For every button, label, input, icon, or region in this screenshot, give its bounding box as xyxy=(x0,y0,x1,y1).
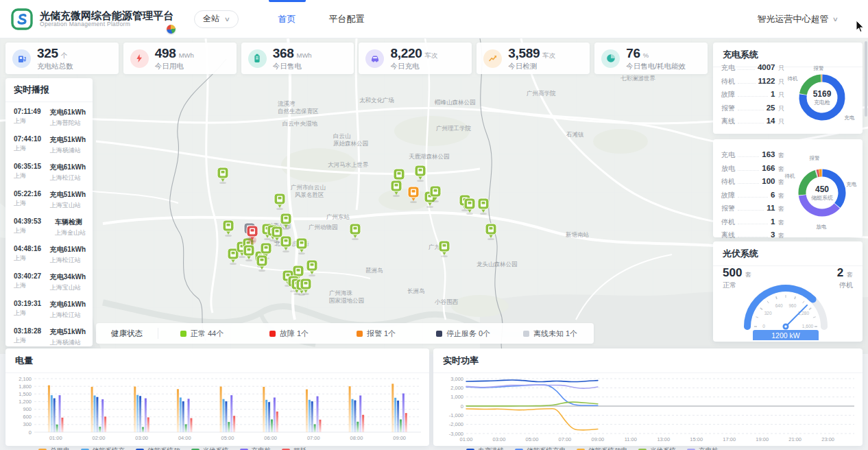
svg-text:03:00: 03:00 xyxy=(493,436,506,442)
donut-callout-充电: 充电 xyxy=(847,181,858,187)
svg-text:5169: 5169 xyxy=(813,89,832,99)
kpi-card-3[interactable]: 368MWh今日售电 xyxy=(241,43,354,74)
bar-储能系统放-03:00 xyxy=(139,396,141,432)
svg-text:06:00: 06:00 xyxy=(264,435,277,441)
kpi-value-row: 8,220车次 xyxy=(390,46,437,61)
svg-text:17:00: 17:00 xyxy=(723,436,736,442)
svg-text:1,800: 1,800 xyxy=(19,383,32,390)
broadcast-city: 上海 xyxy=(14,171,41,180)
kpi-card-4[interactable]: 8,220车次今日充电 xyxy=(359,43,472,74)
kpi-value: 3,589 xyxy=(508,46,540,61)
broadcast-item-left: 05:22:16上海 xyxy=(14,190,41,210)
broadcast-item: 03:19:31上海充电61kWh上海松江站 xyxy=(14,296,86,323)
svg-text:07:00: 07:00 xyxy=(307,435,320,441)
svg-text:23:00: 23:00 xyxy=(821,436,834,442)
legend-label: 储能系统放电 xyxy=(588,447,627,450)
broadcast-item-right: 充电51kWh上海宝山站 xyxy=(50,190,86,210)
legend-专变进线[interactable]: 专变进线 xyxy=(466,447,504,450)
bar-充电桩-06:00 xyxy=(274,397,276,432)
pv-stopped-unit: 套 xyxy=(847,271,853,278)
stat-label: 报警 xyxy=(721,104,735,113)
bar-储能系统充-05:00 xyxy=(223,399,225,432)
map-place-label: 流溪湾 xyxy=(278,100,296,107)
power-plug-icon xyxy=(130,49,149,68)
legend-总用电[interactable]: 总用电 xyxy=(38,447,70,450)
bar-总用电-08:00 xyxy=(349,386,351,432)
legend-储能系统放[interactable]: 储能系统放 xyxy=(136,447,180,450)
health-item-离线未知[interactable]: 离线未知 1个 xyxy=(507,329,594,339)
broadcast-item-right: 充电51kWh上海杨浦站 xyxy=(50,135,86,155)
line-series-专变进线 xyxy=(466,380,598,381)
user-menu[interactable]: 智光运营中心超管 ∨ xyxy=(757,13,838,25)
bar-损耗-08:00 xyxy=(362,415,364,432)
charging-donut-chart: 5169充电枪报警待机充电 xyxy=(783,63,860,130)
kpi-value-row: 3,589车次 xyxy=(508,46,555,61)
app-header: 光储充微网综合能源管理平台 Operation Management Platf… xyxy=(0,0,868,38)
svg-text:320: 320 xyxy=(764,311,772,316)
kpi-card-1[interactable]: 325个充电站总数 xyxy=(5,43,119,74)
legend-储能系统充电[interactable]: 储能系统充电 xyxy=(515,447,566,450)
map-marker-fault[interactable] xyxy=(247,226,258,244)
bar-储能系统充-03:00 xyxy=(136,395,138,432)
stat-value: 11 套 xyxy=(767,204,784,213)
bar-储能系统充-09:00 xyxy=(394,398,396,432)
broadcast-item: 04:48:16上海充电61kWh上海松江站 xyxy=(14,241,86,268)
colorful-ball-icon xyxy=(167,25,176,34)
bar-充电桩-01:00 xyxy=(59,395,61,432)
svg-text:1,500: 1,500 xyxy=(19,391,32,397)
bar-充电桩-09:00 xyxy=(402,394,405,432)
energy-bar-chart: 03006009001,2001,5001,8002,10001:0002:00… xyxy=(11,375,424,443)
map-place-label: 石滩镇 xyxy=(566,131,584,138)
kpi-label: 今日售电 xyxy=(273,62,312,71)
broadcast-city: 上海 xyxy=(14,254,41,263)
page-scrollbar[interactable] xyxy=(865,41,867,117)
pv-stopped-stat: 2 套 停机 xyxy=(837,266,853,290)
svg-text:充电枪: 充电枪 xyxy=(814,99,830,106)
health-item-正常[interactable]: 正常 44个 xyxy=(158,329,245,339)
bar-损耗-03:00 xyxy=(147,417,149,432)
tab-home[interactable]: 首页 xyxy=(262,0,313,38)
legend-储能系统充[interactable]: 储能系统充 xyxy=(81,447,125,450)
legend-label: 储能系统放 xyxy=(147,447,180,450)
health-item-停止服务[interactable]: 停止服务 0个 xyxy=(420,329,507,339)
svg-text:900: 900 xyxy=(23,406,32,412)
svg-text:1,600: 1,600 xyxy=(802,324,814,329)
broadcast-city: 上海 xyxy=(14,144,41,153)
kpi-value: 8,220 xyxy=(390,46,422,61)
svg-text:-2,000: -2,000 xyxy=(449,421,463,427)
legend-损耗[interactable]: 损耗 xyxy=(282,447,306,450)
stat-value: 6 套 xyxy=(771,191,784,200)
bar-储能系统充-08:00 xyxy=(352,399,354,432)
broadcast-item-right: 充电61kWh上海松江站 xyxy=(50,300,86,320)
kpi-value: 498 xyxy=(155,46,176,61)
health-item-故障[interactable]: 故障 1个 xyxy=(245,329,333,339)
broadcast-item: 03:18:28上海充电51kWh上海杨浦站 xyxy=(14,323,86,346)
kpi-text: 325个充电站总数 xyxy=(37,46,73,71)
kpi-card-6[interactable]: 76%今日售电/耗电能效 xyxy=(594,43,708,74)
stat-row-故障: 故障1 只 xyxy=(721,90,784,104)
map-place-label: 原始森林公园 xyxy=(333,140,368,147)
legend-储能系统放电[interactable]: 储能系统放电 xyxy=(577,447,627,450)
kpi-card-5[interactable]: 3,589车次今日检测 xyxy=(477,43,590,74)
svg-text:1,000: 1,000 xyxy=(450,394,463,400)
legend-label: 光伏系统 xyxy=(650,447,676,450)
health-item-报警[interactable]: 报警 1个 xyxy=(333,329,420,339)
kpi-card-2[interactable]: 498MWh今日用电 xyxy=(123,43,237,74)
health-color-dot xyxy=(269,331,276,337)
station-selector[interactable]: 全站 ∨ xyxy=(194,10,239,28)
kpi-unit: 车次 xyxy=(542,51,555,60)
legend-充电桩[interactable]: 充电桩 xyxy=(240,447,272,450)
legend-充电桩[interactable]: 充电桩 xyxy=(687,447,719,450)
legend-光伏系统[interactable]: 光伏系统 xyxy=(638,447,676,450)
broadcast-time: 07:44:10 xyxy=(14,135,41,143)
stat-row-停机: 停机1 套 xyxy=(721,217,784,231)
kpi-text: 8,220车次今日充电 xyxy=(390,46,437,71)
kpi-unit: MWh xyxy=(179,51,194,59)
tab-platform-config[interactable]: 平台配置 xyxy=(313,0,381,38)
broadcast-event: 充电61kWh xyxy=(50,163,86,172)
nav-tabs: 首页 平台配置 xyxy=(262,0,381,38)
donut-callout-报警: 报警 xyxy=(813,65,825,71)
broadcast-time: 07:11:49 xyxy=(14,108,40,115)
map-place-label: 风景名胜区 xyxy=(295,191,324,198)
legend-光伏系统[interactable]: 光伏系统 xyxy=(191,447,229,450)
